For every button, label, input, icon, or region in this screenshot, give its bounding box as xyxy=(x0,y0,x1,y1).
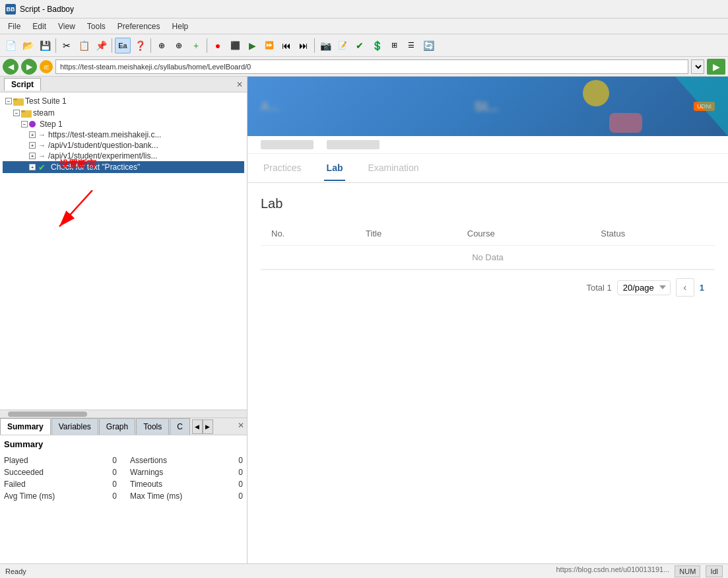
page-prev[interactable]: ‹ xyxy=(676,278,694,297)
list-button[interactable]: ☰ xyxy=(403,38,419,54)
script-tab[interactable]: Script xyxy=(4,78,41,90)
ready-label: Ready xyxy=(5,567,26,575)
step-back-button[interactable]: ⏮ xyxy=(279,38,294,54)
refresh-button[interactable]: 🔄 xyxy=(420,38,436,54)
tab-graph[interactable]: Graph xyxy=(99,418,135,435)
summary-title: Summary xyxy=(4,439,243,449)
tree-scrollbar[interactable] xyxy=(0,410,247,417)
expand-url1[interactable]: + xyxy=(29,131,36,138)
menu-preferences[interactable]: Preferences xyxy=(112,20,166,32)
bottom-panel-tabs: Summary Variables Graph Tools C ◀ ▶ ✕ xyxy=(0,418,247,435)
failed-value: 0 xyxy=(104,480,117,489)
warnings-row: Warnings 0 xyxy=(130,466,243,478)
tree-node-check[interactable]: + ✔ Check for text "Practices" xyxy=(3,161,244,173)
money-button[interactable]: 💲 xyxy=(369,38,385,54)
expand-steam[interactable]: − xyxy=(13,110,20,116)
tree-node-url3[interactable]: + → /api/v1/student/experiment/lis... xyxy=(3,151,244,161)
tab-tools[interactable]: Tools xyxy=(136,418,169,435)
url-dropdown[interactable] xyxy=(691,59,704,74)
status-url: https://blog.csdn.net/u010013191... xyxy=(556,565,669,577)
copy-button[interactable]: 📋 xyxy=(76,38,92,54)
ea-button[interactable]: Ea xyxy=(115,38,131,54)
script-tree-header: Script ✕ xyxy=(0,77,247,92)
toolbar-sep-5 xyxy=(314,38,315,53)
annotation-arrow xyxy=(40,190,119,243)
expand-url2[interactable]: + xyxy=(29,142,36,149)
tab-variables[interactable]: Variables xyxy=(51,418,98,435)
tree-node-step1[interactable]: − Step 1 xyxy=(3,119,244,129)
summary-grid: Played 0 Succeeded 0 Failed 0 Avg Time xyxy=(4,454,243,502)
warnings-value: 0 xyxy=(230,468,243,477)
tab-scroll-left[interactable]: ◀ xyxy=(192,419,203,434)
left-panel: Script ✕ 设置断言 xyxy=(0,77,248,563)
tree-node-steam[interactable]: − steam xyxy=(3,107,244,119)
expand-check[interactable]: + xyxy=(29,164,36,170)
url-input[interactable] xyxy=(55,59,688,74)
play-button[interactable]: ▶ xyxy=(244,38,260,54)
step1-label: Step 1 xyxy=(40,120,63,129)
forward-button[interactable]: ▶ xyxy=(21,59,37,75)
open-button[interactable]: 📂 xyxy=(20,38,36,54)
add-item-button[interactable]: + xyxy=(188,38,204,54)
tab-c[interactable]: C xyxy=(170,418,190,435)
menu-edit[interactable]: Edit xyxy=(27,20,51,32)
col-no: No. xyxy=(261,222,355,246)
toolbar-sep-3 xyxy=(150,38,151,53)
app-icon: BB xyxy=(5,4,16,15)
link-arrow-1: → xyxy=(38,131,46,139)
play-all-button[interactable]: ⏩ xyxy=(261,38,277,54)
maxtime-value: 0 xyxy=(230,491,243,501)
expand-url3[interactable]: + xyxy=(29,153,36,159)
menu-tools[interactable]: Tools xyxy=(82,20,111,32)
add-step-button[interactable]: ⊕ xyxy=(154,38,170,54)
help-button[interactable]: ❓ xyxy=(132,38,148,54)
close-script-panel[interactable]: ✕ xyxy=(236,80,243,89)
tree-node-root[interactable]: − Test Suite 1 xyxy=(3,95,244,107)
num-badge: NUM xyxy=(675,565,700,577)
step-fwd-button[interactable]: ⏭ xyxy=(296,38,312,54)
address-bar: ◀ ▶ IE ▶ xyxy=(0,57,728,77)
table-button[interactable]: ⊞ xyxy=(386,38,402,54)
tab-lab[interactable]: Lab xyxy=(324,156,346,181)
pagination: Total 1 20/page ‹ 1 xyxy=(261,270,715,305)
timeouts-value: 0 xyxy=(230,480,243,489)
expand-root[interactable]: − xyxy=(5,98,12,104)
assertions-row: Assertions 0 xyxy=(130,454,243,466)
tab-scroll-btns: ◀ ▶ xyxy=(192,418,213,435)
menu-help[interactable]: Help xyxy=(167,20,194,32)
tab-examination[interactable]: Examination xyxy=(365,156,421,181)
save-button[interactable]: 💾 xyxy=(37,38,53,54)
tree-node-url2[interactable]: + → /api/v1/student/question-bank... xyxy=(3,140,244,151)
tab-summary[interactable]: Summary xyxy=(0,418,51,435)
tab-practices[interactable]: Practices xyxy=(261,156,304,181)
record-button[interactable]: ● xyxy=(210,38,226,54)
page-size-select[interactable]: 20/page xyxy=(617,280,671,295)
sub-header-item2 xyxy=(327,140,380,149)
close-bottom-panel[interactable]: ✕ xyxy=(238,421,244,430)
root-label: Test Suite 1 xyxy=(25,96,67,106)
back-button[interactable]: ◀ xyxy=(3,59,18,75)
capture-button[interactable]: 📷 xyxy=(317,38,333,54)
app-title: Script - Badboy xyxy=(20,5,74,14)
title-bar: BB Script - Badboy xyxy=(0,0,728,18)
expand-step1[interactable]: − xyxy=(21,121,28,127)
site-tabs: Practices Lab Examination xyxy=(248,154,728,183)
menu-file[interactable]: File xyxy=(3,20,26,32)
text-check-button[interactable]: 📝 xyxy=(335,38,350,54)
tree-node-url1[interactable]: + → https://test-steam.meishakeji.c... xyxy=(3,129,244,140)
menu-view[interactable]: View xyxy=(53,20,81,32)
assert-button[interactable]: ✔ xyxy=(352,38,368,54)
add-request-button[interactable]: ⊕ xyxy=(171,38,187,54)
script-tree-panel: Script ✕ 设置断言 xyxy=(0,77,247,418)
check-mark-icon: ✔ xyxy=(38,163,46,172)
steam-label: steam xyxy=(33,108,55,118)
cut-button[interactable]: ✂ xyxy=(59,38,75,54)
stop-button[interactable]: ⬛ xyxy=(227,38,243,54)
go-button[interactable]: ▶ xyxy=(707,59,725,75)
tree-scrollbar-thumb[interactable] xyxy=(8,412,87,417)
tab-scroll-right[interactable]: ▶ xyxy=(203,419,213,434)
bottom-panel-content: Summary Played 0 Succeeded 0 Failed xyxy=(0,435,247,563)
paste-button[interactable]: 📌 xyxy=(93,38,109,54)
toolbar-sep-1 xyxy=(55,38,56,53)
new-button[interactable]: 📄 xyxy=(3,38,18,54)
